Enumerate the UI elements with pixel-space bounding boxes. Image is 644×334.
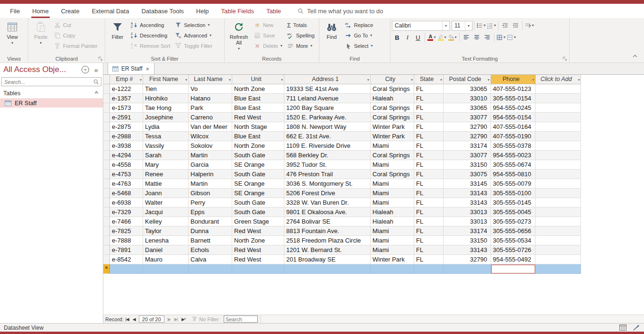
cell[interactable]: 305-555-0100	[491, 189, 535, 198]
cell[interactable]: Barnett	[189, 236, 232, 245]
selection-button[interactable]: Selection ▾	[172, 20, 215, 30]
cell[interactable]	[232, 264, 284, 274]
cell[interactable]: Miami	[371, 141, 414, 151]
bold-button[interactable]: B	[392, 33, 402, 43]
row-selector[interactable]	[103, 179, 110, 189]
cell[interactable]: Dunna	[189, 226, 232, 236]
cell[interactable]: 9801 E Okaloosa Ave.	[284, 208, 371, 217]
font-size-combo[interactable]: 11 ▾	[452, 21, 472, 31]
cell[interactable]: 711 Leland Avenue	[284, 94, 371, 103]
cell[interactable]: Mattie	[143, 179, 189, 189]
cell[interactable]: Mauro	[143, 255, 189, 264]
ascending-button[interactable]: AZ Ascending	[128, 20, 172, 30]
cell[interactable]: Coral Springs	[371, 113, 414, 122]
cell[interactable]: FL	[414, 151, 444, 160]
cell[interactable]: Garcia	[189, 160, 232, 170]
cell[interactable]: e-4558	[110, 160, 143, 170]
replace-button[interactable]: ab Replace	[343, 20, 375, 30]
cell[interactable]: 3036 S. Montgomery St.	[284, 179, 371, 189]
cell[interactable]: FL	[414, 132, 444, 141]
cell[interactable]: Calva	[189, 255, 232, 264]
cell[interactable]: FL	[414, 94, 444, 103]
column-header-first-name[interactable]: First Name▾	[143, 75, 189, 84]
numbering-button[interactable]: 123▾	[486, 21, 497, 31]
cell-add-column[interactable]	[535, 236, 581, 245]
cell[interactable]: 33150	[444, 160, 491, 170]
row-selector[interactable]	[103, 151, 110, 160]
cell[interactable]: Lenesha	[143, 236, 189, 245]
tab-help[interactable]: Help	[190, 4, 215, 18]
cell[interactable]: FL	[414, 141, 444, 151]
refresh-all-button[interactable]: Refresh All ▾	[226, 19, 252, 51]
cell[interactable]: 305-555-0534	[491, 236, 535, 245]
view-button[interactable]: View ▾	[1, 19, 23, 45]
copy-button[interactable]: Copy	[52, 30, 100, 41]
cell[interactable]: 2764 Bolivar SE	[284, 217, 371, 226]
cell[interactable]: Tae Hong	[143, 103, 189, 113]
row-selector[interactable]	[103, 132, 110, 141]
cell[interactable]: 32790	[444, 255, 491, 264]
cell[interactable]: Blue East	[232, 103, 284, 113]
delete-button[interactable]: Delete ▾	[252, 41, 285, 51]
cell[interactable]: 954-555-0810	[491, 170, 535, 179]
cell[interactable]	[284, 264, 371, 274]
cell[interactable]: e-1573	[110, 103, 143, 113]
cell[interactable]: 33065	[444, 84, 491, 94]
cell[interactable]: Epps	[189, 208, 232, 217]
cell[interactable]: e-7891	[110, 245, 143, 255]
cell[interactable]: Miami	[371, 236, 414, 245]
horizontal-scrollbar[interactable]	[261, 315, 644, 323]
column-header-emp-[interactable]: Emp #▾	[110, 75, 143, 84]
column-header-unit[interactable]: Unit▾	[232, 75, 284, 84]
cell[interactable]: FL	[414, 160, 444, 170]
spelling-button[interactable]: abc Spelling	[285, 30, 317, 41]
cell[interactable]: North Zone	[232, 141, 284, 151]
cell[interactable]: Josephine	[143, 113, 189, 122]
more-button[interactable]: More ▾	[285, 41, 317, 51]
tell-me-box[interactable]: Tell me what you want to do	[298, 4, 383, 18]
cell[interactable]: 954-555-0154	[491, 113, 535, 122]
last-record-button[interactable]: ▶|	[172, 317, 180, 322]
active-cell-phone[interactable]	[491, 264, 535, 274]
cell[interactable]: 33065	[444, 103, 491, 113]
cell[interactable]: 3328 W. Van Buren Dr.	[284, 198, 371, 208]
cell[interactable]: Jacqui	[143, 208, 189, 217]
cell[interactable]: 33077	[444, 113, 491, 122]
cell[interactable]: Mary	[143, 160, 189, 170]
cell[interactable]: 19333 SE 41st Ave	[284, 84, 371, 94]
cell[interactable]: South Gate	[232, 170, 284, 179]
cell[interactable]: 33143	[444, 198, 491, 208]
cell[interactable]: South Gate	[232, 198, 284, 208]
row-selector[interactable]	[103, 208, 110, 217]
next-record-button[interactable]: ▶	[166, 317, 172, 322]
tab-table-fields[interactable]: Table Fields	[215, 4, 260, 18]
column-header-address-1[interactable]: Address 1▾	[284, 75, 371, 84]
cell-add-column[interactable]	[535, 141, 581, 151]
cell[interactable]: Miami	[371, 245, 414, 255]
cell[interactable]: e-7825	[110, 226, 143, 236]
cell[interactable]: Halperin	[189, 170, 232, 179]
row-selector[interactable]	[103, 198, 110, 208]
cell[interactable]: e-1222	[110, 84, 143, 94]
cell-add-column[interactable]	[535, 179, 581, 189]
close-icon[interactable]: ×	[145, 65, 150, 72]
cell[interactable]: 201 Broadway SE	[284, 255, 371, 264]
cell-add-column[interactable]	[535, 151, 581, 160]
column-header-click-to-add[interactable]: Click to Add▾	[535, 75, 581, 84]
highlight-color-button[interactable]: ▾	[437, 33, 447, 43]
cell[interactable]: FL	[414, 189, 444, 198]
search-icon[interactable]	[93, 79, 99, 85]
row-selector[interactable]	[103, 245, 110, 255]
cell[interactable]: 33174	[444, 226, 491, 236]
cell[interactable]: Walter	[143, 198, 189, 208]
cell[interactable]: e-2875	[110, 122, 143, 132]
select-all-corner[interactable]	[103, 75, 110, 84]
cell[interactable]: Winter Park	[371, 132, 414, 141]
previous-record-button[interactable]: ◀	[131, 317, 137, 322]
cell[interactable]: Hialeah	[371, 208, 414, 217]
row-selector[interactable]	[103, 170, 110, 179]
cell[interactable]	[110, 264, 143, 274]
cell[interactable]	[535, 264, 581, 274]
row-selector[interactable]	[103, 189, 110, 198]
cell[interactable]: e-2591	[110, 113, 143, 122]
